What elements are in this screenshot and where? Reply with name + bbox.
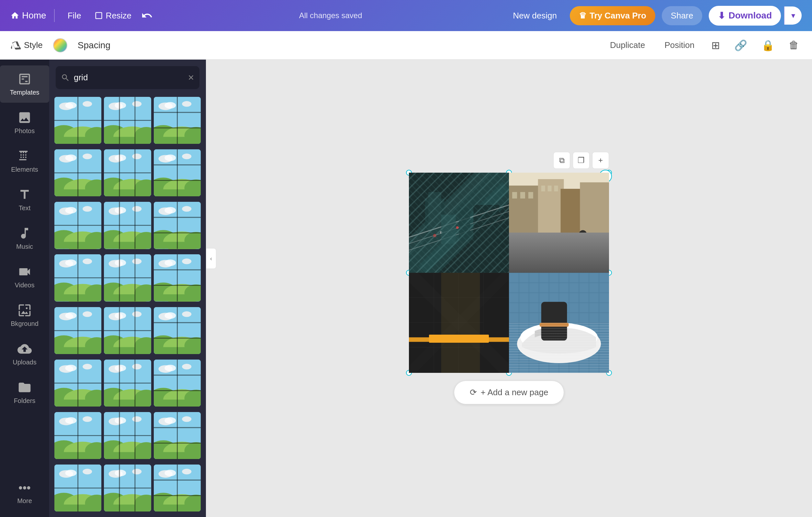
sidebar-item-more[interactable]: ••• More: [0, 474, 49, 511]
lock-icon[interactable]: 🔒: [759, 36, 777, 54]
spacing-button[interactable]: Spacing: [78, 40, 110, 51]
svg-point-205: [133, 416, 142, 422]
template-item[interactable]: [104, 359, 151, 407]
svg-point-67: [83, 206, 92, 212]
download-icon: ⬇: [718, 10, 725, 21]
template-item[interactable]: [54, 359, 102, 407]
svg-point-151: [165, 312, 176, 319]
try-pro-button[interactable]: ♛ Try Canva Pro: [570, 6, 655, 25]
sidebar-item-folders[interactable]: Folders: [0, 374, 49, 411]
svg-point-227: [83, 469, 92, 474]
download-label: Download: [728, 10, 772, 21]
template-item[interactable]: [54, 254, 102, 301]
sidebar-item-videos[interactable]: Videos: [0, 258, 49, 295]
template-item[interactable]: [104, 202, 151, 249]
hide-panel-button[interactable]: ‹: [206, 248, 216, 269]
template-item[interactable]: [104, 97, 151, 144]
copy-frame-button[interactable]: ⧉: [553, 152, 570, 169]
template-item[interactable]: [154, 202, 201, 249]
color-picker-button[interactable]: [53, 38, 67, 53]
sidebar-item-elements-label: Elements: [11, 166, 38, 173]
svg-point-286: [579, 230, 587, 238]
add-page-button[interactable]: ⟳ + Add a new page: [454, 381, 564, 404]
template-item[interactable]: [54, 149, 102, 196]
sidebar-item-photos[interactable]: Photos: [0, 104, 49, 141]
template-item[interactable]: [104, 412, 151, 459]
svg-point-55: [165, 155, 176, 161]
template-item[interactable]: [104, 464, 151, 512]
svg-point-2: [65, 102, 77, 109]
sidebar-item-music[interactable]: Music: [0, 220, 49, 257]
style-button[interactable]: Style: [10, 40, 43, 51]
svg-point-152: [182, 311, 191, 317]
svg-rect-332: [541, 302, 567, 341]
grid-cell-road[interactable]: [409, 273, 509, 373]
resize-button[interactable]: Resize: [94, 11, 132, 21]
sidebar-item-bkground[interactable]: Bkground: [0, 297, 49, 334]
sidebar-item-text[interactable]: Text: [0, 181, 49, 218]
template-item[interactable]: [154, 97, 201, 144]
link-icon[interactable]: 🔗: [732, 36, 750, 54]
search-clear-button[interactable]: ✕: [188, 73, 194, 82]
grid-cell-aerial[interactable]: [409, 173, 509, 273]
svg-rect-282: [554, 185, 558, 191]
template-item[interactable]: [54, 307, 102, 354]
template-item[interactable]: [154, 359, 201, 407]
svg-line-258: [409, 173, 493, 263]
download-button[interactable]: ⬇ Download: [709, 6, 781, 26]
svg-line-257: [409, 173, 509, 273]
delete-icon[interactable]: 🗑: [786, 36, 802, 54]
template-item[interactable]: [104, 149, 151, 196]
svg-line-331: [560, 330, 567, 333]
grid-cell-shoes[interactable]: [509, 273, 609, 373]
template-item[interactable]: [154, 149, 201, 196]
grid-cell-street[interactable]: [509, 173, 609, 273]
grid-icon[interactable]: ⊞: [709, 36, 723, 54]
duplicate-frame-button[interactable]: ❐: [573, 152, 589, 169]
saved-status: All changes saved: [163, 11, 499, 20]
template-item[interactable]: [154, 254, 201, 301]
resize-label: Resize: [106, 11, 132, 21]
share-button[interactable]: Share: [662, 6, 702, 25]
search-input[interactable]: [74, 66, 184, 89]
template-item[interactable]: [154, 464, 201, 512]
svg-point-327: [517, 324, 601, 363]
divider-1: [54, 9, 55, 22]
svg-point-204: [115, 417, 126, 424]
duplicate-button[interactable]: Duplicate: [605, 37, 650, 53]
svg-rect-278: [520, 192, 525, 198]
template-item[interactable]: [104, 307, 151, 354]
search-icon: [61, 73, 70, 82]
svg-point-120: [182, 258, 191, 264]
position-button[interactable]: Position: [660, 37, 700, 53]
svg-point-215: [165, 417, 176, 424]
svg-point-23: [165, 102, 176, 109]
template-item[interactable]: [54, 202, 102, 249]
sidebar-item-elements[interactable]: Elements: [0, 142, 49, 180]
template-item[interactable]: [154, 307, 201, 354]
template-item[interactable]: [54, 412, 102, 459]
sidebar-item-uploads[interactable]: Uploads: [0, 335, 49, 373]
file-button[interactable]: File: [62, 8, 86, 23]
svg-point-267: [456, 226, 459, 229]
template-item[interactable]: [104, 254, 151, 301]
svg-point-77: [133, 206, 142, 212]
canvas[interactable]: ↻: [409, 173, 609, 373]
template-item[interactable]: [54, 97, 102, 144]
sidebar-item-photos-label: Photos: [14, 127, 35, 135]
svg-point-130: [65, 312, 77, 319]
home-button[interactable]: Home: [10, 10, 46, 21]
svg-rect-305: [441, 273, 480, 373]
sidebar-item-templates[interactable]: Templates: [0, 65, 49, 103]
new-design-button[interactable]: New design: [506, 7, 563, 24]
svg-rect-284: [519, 253, 599, 257]
svg-rect-285: [580, 237, 586, 253]
undo-button[interactable]: [139, 8, 155, 23]
download-caret-button[interactable]: ▾: [784, 6, 802, 25]
svg-point-66: [65, 207, 77, 214]
template-item[interactable]: [154, 412, 201, 459]
add-page-label: + Add a new page: [481, 387, 548, 398]
svg-point-226: [65, 470, 77, 476]
template-item[interactable]: [54, 464, 102, 512]
add-frame-button[interactable]: +: [592, 152, 609, 169]
